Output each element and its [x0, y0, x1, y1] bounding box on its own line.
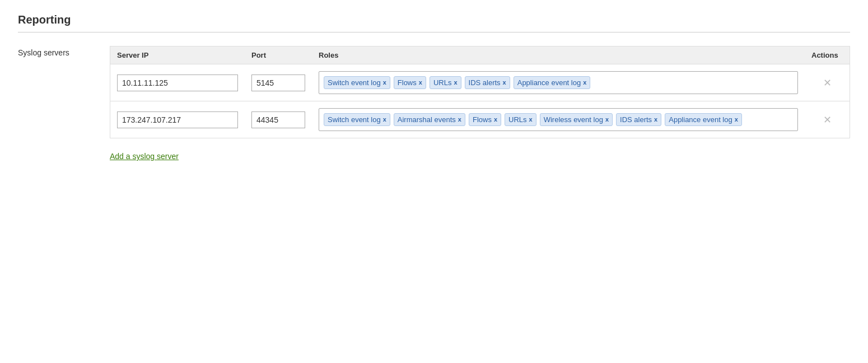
role-label: Switch event log: [328, 115, 381, 124]
table-row: Switch event log x Flows x URLs x IDS al…: [110, 64, 850, 101]
section-label: Syslog servers: [18, 46, 96, 57]
col-port: Port: [245, 46, 312, 64]
role-tag-appliance-event-log-2: Appliance event log x: [665, 113, 742, 126]
remove-role-flows-1[interactable]: x: [419, 80, 422, 86]
role-tag-flows-2: Flows x: [469, 113, 501, 126]
table-header: Server IP Port Roles Actions: [110, 46, 850, 64]
remove-role-switch-event-log-2[interactable]: x: [383, 117, 386, 123]
role-tag-switch-event-log-2: Switch event log x: [324, 113, 390, 126]
roles-box-2: Switch event log x Airmarshal events x F…: [319, 108, 798, 131]
role-label: IDS alerts: [620, 115, 652, 124]
remove-role-switch-event-log-1[interactable]: x: [383, 80, 386, 86]
role-label: Appliance event log: [517, 78, 581, 87]
role-tag-ids-alerts-2: IDS alerts x: [616, 113, 661, 126]
role-label: Wireless event log: [544, 115, 603, 124]
role-tag-ids-alerts-1: IDS alerts x: [465, 76, 510, 89]
remove-role-ids-alerts-1[interactable]: x: [503, 80, 506, 86]
role-tag-switch-event-log-1: Switch event log x: [324, 76, 390, 89]
col-actions: Actions: [805, 46, 850, 64]
server-ip-input-2[interactable]: [117, 111, 238, 128]
role-tag-flows-1: Flows x: [394, 76, 426, 89]
role-label: URLs: [433, 78, 452, 87]
col-server-ip: Server IP: [110, 46, 245, 64]
roles-box: Switch event log x Flows x URLs x IDS al…: [319, 71, 798, 94]
remove-role-ids-alerts-2[interactable]: x: [654, 117, 657, 123]
role-tag-appliance-event-log-1: Appliance event log x: [514, 76, 591, 89]
remove-role-appliance-event-log-1[interactable]: x: [583, 80, 586, 86]
server-ip-cell: [110, 68, 245, 98]
role-label: URLs: [508, 115, 527, 124]
role-label: Flows: [398, 78, 417, 87]
remove-role-appliance-event-log-2[interactable]: x: [735, 117, 738, 123]
remove-role-urls-1[interactable]: x: [454, 80, 457, 86]
role-tag-wireless-event-log-2: Wireless event log x: [540, 113, 613, 126]
server-ip-cell: [110, 105, 245, 135]
page-title: Reporting: [18, 13, 850, 32]
add-syslog-server-link[interactable]: Add a syslog server: [110, 152, 179, 161]
role-label: Switch event log: [328, 78, 381, 87]
remove-role-flows-2[interactable]: x: [494, 117, 497, 123]
roles-cell-2: Switch event log x Airmarshal events x F…: [312, 101, 805, 138]
role-tag-airmarshal-events-2: Airmarshal events x: [394, 113, 465, 126]
role-tag-urls-2: URLs x: [505, 113, 536, 126]
delete-row-2[interactable]: ✕: [805, 107, 850, 133]
port-cell: [245, 68, 312, 98]
remove-role-wireless-event-log-2[interactable]: x: [605, 117, 609, 123]
remove-role-airmarshal-events-2[interactable]: x: [458, 117, 461, 123]
table-row: Switch event log x Airmarshal events x F…: [110, 101, 850, 138]
role-label: IDS alerts: [469, 78, 501, 87]
port-input[interactable]: [251, 75, 305, 91]
role-label: Flows: [473, 115, 492, 124]
remove-role-urls-2[interactable]: x: [529, 117, 533, 123]
port-cell: [245, 105, 312, 135]
role-tag-urls-1: URLs x: [430, 76, 461, 89]
role-label: Appliance event log: [669, 115, 732, 124]
delete-row-1[interactable]: ✕: [805, 70, 850, 96]
role-label: Airmarshal events: [398, 115, 456, 124]
port-input-2[interactable]: [251, 111, 305, 128]
roles-cell: Switch event log x Flows x URLs x IDS al…: [312, 64, 805, 101]
server-ip-input[interactable]: [117, 75, 238, 91]
col-roles: Roles: [312, 46, 805, 64]
